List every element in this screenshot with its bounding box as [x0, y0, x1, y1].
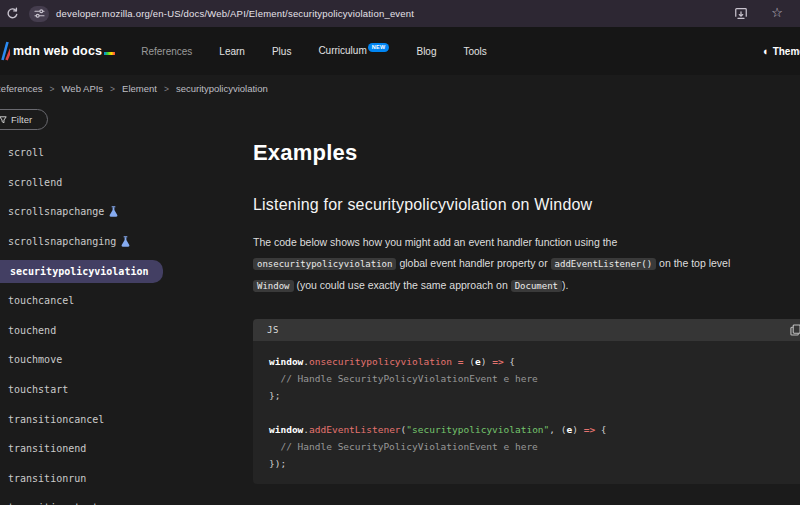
sidebar-item-label: touchmove — [8, 354, 62, 365]
sidebar-item-transitionend[interactable]: transitionend — [0, 434, 245, 464]
sidebar-item-scroll[interactable]: scroll — [0, 138, 245, 168]
nav-link-plus[interactable]: Plus — [272, 46, 291, 57]
nav-link-curriculum-label: Curriculum — [318, 45, 366, 56]
breadcrumb-element[interactable]: Element — [122, 83, 157, 94]
sidebar-item-label: scrollsnapchange — [8, 206, 104, 217]
tune-icon — [34, 9, 45, 18]
mdn-logo[interactable]: mdn web docs — [13, 44, 115, 58]
sidebar-item-scrollend[interactable]: scrollend — [0, 168, 245, 198]
theme-label: Theme — [773, 46, 800, 57]
sidebar-item-transitionrun[interactable]: transitionrun — [0, 464, 245, 494]
nav-links: References Learn Plus CurriculumNEW Blog… — [141, 45, 487, 57]
sidebar-item-transitionstart[interactable]: transitionstart — [0, 493, 245, 505]
experimental-flask-icon — [121, 236, 130, 247]
paragraph-text: (you could use exactly the same approach… — [294, 279, 511, 291]
inline-code: onsecuritypolicyviolation — [253, 258, 396, 270]
breadcrumb-web-apis[interactable]: Web APIs — [62, 83, 104, 94]
sidebar-item-label: securitypolicyviolation — [0, 260, 163, 283]
paragraph-text: ). — [562, 279, 568, 291]
code-line: }); — [269, 455, 800, 472]
paragraph-text: The code below shows how you might add a… — [253, 236, 617, 248]
sidebar-item-scrollsnapchanging[interactable]: scrollsnapchanging — [0, 227, 245, 257]
section-heading: Listening for securitypolicyviolation on… — [253, 196, 800, 214]
mdn-logo-text: mdn web docs — [13, 44, 102, 58]
code-block-header: JS — [253, 319, 800, 341]
nav-link-blog[interactable]: Blog — [416, 46, 436, 57]
sidebar-item-touchmove[interactable]: touchmove — [0, 345, 245, 375]
code-line — [269, 404, 800, 421]
copy-icon[interactable] — [790, 324, 800, 336]
filter-funnel-icon — [0, 116, 7, 124]
experimental-flask-icon — [109, 206, 118, 217]
examples-heading: Examples — [253, 130, 800, 166]
sidebar-item-transitioncancel[interactable]: transitioncancel — [0, 404, 245, 434]
code-block: JS window.onsecuritypolicyviolation = (e… — [253, 319, 800, 484]
paragraph-line: The code below shows how you might add a… — [253, 232, 800, 253]
reload-icon[interactable] — [6, 7, 19, 20]
browser-window: developer.mozilla.org/en-US/docs/Web/API… — [0, 0, 800, 505]
theme-toggle[interactable]: ◐ Theme — [763, 27, 800, 75]
sidebar-item-label: scroll — [8, 147, 44, 158]
sidebar-item-label: transitionrun — [8, 473, 86, 484]
paragraph-line: Window (you could use exactly the same a… — [253, 275, 800, 297]
send-to-device-icon[interactable] — [734, 7, 748, 20]
inline-code: addEventListener() — [551, 258, 657, 270]
breadcrumb-separator: > — [50, 84, 55, 94]
intro-paragraph: The code below shows how you might add a… — [253, 232, 800, 297]
code-line: // Handle SecurityPolicyViolationEvent e… — [269, 438, 800, 455]
code-line: // Handle SecurityPolicyViolationEvent e… — [269, 370, 800, 387]
breadcrumb: References > Web APIs > Element > securi… — [0, 83, 268, 94]
filter-label: Filter — [11, 114, 32, 125]
code-language-label: JS — [267, 325, 279, 335]
new-badge: NEW — [368, 43, 390, 52]
paragraph-text: on the top level — [656, 257, 730, 269]
sidebar-item-label: transitioncancel — [8, 414, 104, 425]
mdn-logo-underscore — [104, 52, 115, 55]
paragraph-text: global event handler property or — [396, 257, 550, 269]
nav-link-references[interactable]: References — [141, 46, 192, 57]
sidebar-item-scrollsnapchange[interactable]: scrollsnapchange — [0, 197, 245, 227]
breadcrumb-separator: > — [164, 84, 169, 94]
main-content: Examples Listening for securitypolicyvio… — [253, 130, 800, 484]
sidebar-item-touchend[interactable]: touchend — [0, 316, 245, 346]
url-text[interactable]: developer.mozilla.org/en-US/docs/Web/API… — [56, 8, 414, 19]
mdn-logo-mark-icon — [0, 39, 10, 63]
mdn-navbar: mdn web docs References Learn Plus Curri… — [0, 27, 800, 75]
sidebar-item-touchstart[interactable]: touchstart — [0, 375, 245, 405]
bookmark-star-icon[interactable]: ☆ — [771, 6, 783, 19]
sidebar-item-label: touchend — [8, 325, 56, 336]
sidebar-item-label: scrollsnapchanging — [8, 236, 116, 247]
code-body: window.onsecuritypolicyviolation = (e) =… — [253, 341, 800, 484]
sidebar-item-label: scrollend — [8, 177, 62, 188]
breadcrumb-current-page: securitypolicyviolation — [176, 83, 268, 94]
sidebar-filter-button[interactable]: Filter — [0, 109, 48, 130]
paragraph-line: onsecuritypolicyviolation global event h… — [253, 253, 800, 275]
sidebar-event-list: scrollscrollendscrollsnapchangescrollsna… — [0, 138, 245, 505]
browser-address-bar: developer.mozilla.org/en-US/docs/Web/API… — [0, 0, 800, 27]
inline-code: Document — [511, 280, 562, 292]
code-line: window.onsecuritypolicyviolation = (e) =… — [269, 353, 800, 370]
sidebar-item-label: touchcancel — [8, 295, 74, 306]
code-line: window.addEventListener("securitypolicyv… — [269, 421, 800, 438]
theme-half-circle-icon: ◐ — [763, 45, 770, 57]
sidebar-item-label: transitionend — [8, 443, 86, 454]
inline-code: Window — [253, 280, 294, 292]
code-line: }; — [269, 387, 800, 404]
site-settings-button[interactable] — [29, 6, 49, 22]
sidebar: Filter scrollscrollendscrollsnapchangesc… — [0, 109, 245, 505]
sidebar-item-touchcancel[interactable]: touchcancel — [0, 286, 245, 316]
nav-link-learn[interactable]: Learn — [219, 46, 245, 57]
sidebar-item-label: touchstart — [8, 384, 68, 395]
nav-link-tools[interactable]: Tools — [463, 46, 486, 57]
breadcrumb-references[interactable]: References — [0, 83, 43, 94]
breadcrumb-separator: > — [110, 84, 115, 94]
sidebar-item-securitypolicyviolation[interactable]: securitypolicyviolation — [0, 256, 245, 286]
nav-link-curriculum[interactable]: CurriculumNEW — [318, 45, 389, 57]
